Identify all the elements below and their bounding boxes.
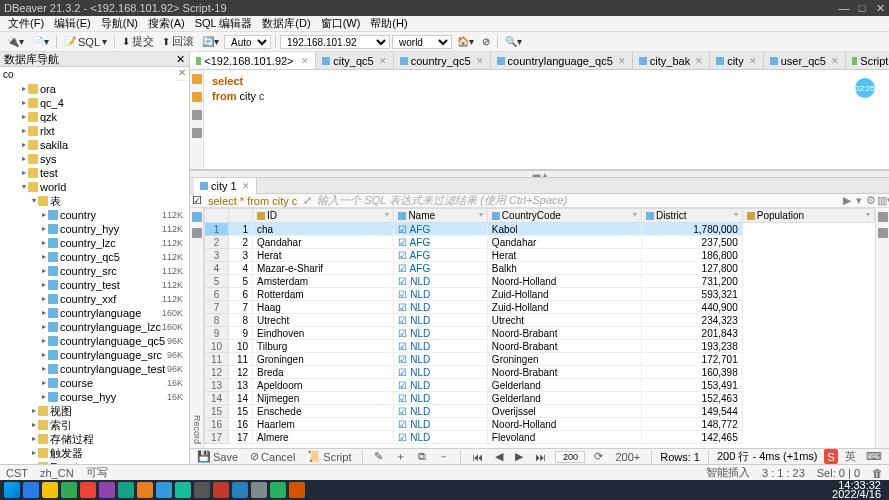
tree-node[interactable]: ▸索引 [0,418,189,432]
expand-icon[interactable]: ⤢ [301,194,313,207]
table-row[interactable]: 1111Groningen☑ NLDGroningen172,701 [205,353,875,366]
tree-node[interactable]: ▸test [0,166,189,180]
sql-editor[interactable]: select from city c 02:25 [204,70,889,169]
explain-icon[interactable] [192,110,202,120]
rollback-button[interactable]: ⬆回滚 [159,33,197,50]
tx-mode-button[interactable]: 🔄▾ [199,35,222,48]
menu-item[interactable]: 帮助(H) [366,16,411,31]
task-icon[interactable] [137,482,153,498]
menu-item[interactable]: SQL 编辑器 [191,16,257,31]
tree-node[interactable]: ▸触发器 [0,446,189,460]
task-icon[interactable] [251,482,267,498]
task-icon[interactable] [175,482,191,498]
editor-tab[interactable]: city_bak✕ [633,52,710,70]
tree-filter-input[interactable] [0,67,175,81]
table-row[interactable]: 1616Haarlem☑ NLDNoord-Holland148,772 [205,418,875,431]
database-select[interactable]: world [392,35,452,49]
apply-filter-icon[interactable]: ▶ [841,194,853,207]
status-heap-icon[interactable]: 🗑 [872,467,883,479]
tab-close-icon[interactable]: ✕ [379,56,387,66]
tree-node[interactable]: ▸countrylanguage160K [0,306,189,320]
task-icon[interactable] [232,482,248,498]
result-grid[interactable]: ID▾Name▾CountryCode▾District▾Population▾… [204,208,875,448]
task-icon[interactable] [194,482,210,498]
home-button[interactable]: 🏠▾ [454,35,477,48]
task-icon[interactable] [42,482,58,498]
connection-select[interactable]: 192.168.101.92 [280,35,390,49]
table-row[interactable]: 33Herat☑ AFGHerat186,800 [205,249,875,262]
plan-icon[interactable] [192,128,202,138]
start-button[interactable] [4,482,20,498]
tree-node[interactable]: ▸countrylanguage_src96K [0,348,189,362]
s-badge[interactable]: S [824,449,838,464]
task-icon[interactable] [213,482,229,498]
refresh-icon[interactable]: ⟳ [591,450,606,463]
table-row[interactable]: 1212Breda☑ NLDNoord-Brabant160,398 [205,366,875,379]
close-icon[interactable]: ✕ [875,3,885,13]
text-mode-icon[interactable] [192,228,202,238]
column-header[interactable]: CountryCode▾ [487,209,641,223]
tree-node[interactable]: ▾world [0,180,189,194]
task-icon[interactable] [156,482,172,498]
panels-icon[interactable] [878,212,888,222]
filter-settings-icon[interactable]: ⚙ [865,194,877,207]
value-view-icon[interactable] [878,228,888,238]
tree-node[interactable]: ▸countrylanguage_test96K [0,362,189,376]
task-icon[interactable] [99,482,115,498]
dup-row-icon[interactable]: ⧉ [415,450,429,463]
table-row[interactable]: 1717Almere☑ NLDFlevoland142,465 [205,431,875,444]
tree-node[interactable]: ▸country_xxf112K [0,292,189,306]
column-header[interactable]: District▾ [641,209,742,223]
menu-item[interactable]: 搜索(A) [144,16,189,31]
script-button[interactable]: 📜Script [304,450,354,463]
filter-toggle-icon[interactable]: ☑ [190,194,204,207]
task-icon[interactable] [61,482,77,498]
task-icon[interactable] [80,482,96,498]
run-script-icon[interactable] [192,92,202,102]
lang-icon[interactable]: 英 [842,449,859,464]
del-row-icon[interactable]: － [435,449,452,464]
commit-button[interactable]: ⬇提交 [119,33,157,50]
search-button[interactable]: 🔍▾ [502,35,525,48]
tree-node[interactable]: ▸countrylanguage_lzc160K [0,320,189,334]
last-page-icon[interactable]: ⏭ [532,451,549,463]
column-header[interactable]: Population▾ [742,209,874,223]
db-tree[interactable]: ▸ora▸qc_4▸qzk▸rlxt▸sakila▸sys▸test▾world… [0,81,189,464]
task-icon[interactable] [289,482,305,498]
sql-editor-button[interactable]: 📝SQL▾ [61,35,110,49]
table-row[interactable]: 1313Apeldoorn☑ NLDGelderland153,491 [205,379,875,392]
add-row-icon[interactable]: ＋ [392,449,409,464]
new-connection-button[interactable]: 🔌▾ [4,35,27,48]
splitter[interactable]: ▬ ▴ [190,170,889,178]
editor-tab[interactable]: countrylanguage_qc5✕ [491,52,633,70]
tree-node[interactable]: ▸sys [0,152,189,166]
auto-select[interactable]: Auto [224,35,271,49]
tree-node[interactable]: ▸course16K [0,376,189,390]
tree-filter-clear-icon[interactable]: ✕ [175,67,189,80]
table-row[interactable]: 99Eindhoven☑ NLDNoord-Brabant201,843 [205,327,875,340]
tree-node[interactable]: ▸countrylanguage_qc596K [0,334,189,348]
tree-node[interactable]: ▸course_hyy16K [0,390,189,404]
first-page-icon[interactable]: ⏮ [469,451,486,463]
edit-row-icon[interactable]: ✎ [371,450,386,463]
editor-tab[interactable]: city✕ [710,52,764,70]
column-header[interactable]: Name▾ [394,209,487,223]
tree-node[interactable]: ▸rlxt [0,124,189,138]
editor-tab[interactable]: *<192.168.101.92> Script-19✕ [190,52,316,70]
result-tab[interactable]: city 1✕ [194,178,257,194]
tree-node[interactable]: ▸qc_4 [0,96,189,110]
tab-close-icon[interactable]: ✕ [749,56,757,66]
menu-item[interactable]: 数据库(D) [258,16,314,31]
tree-node[interactable]: ▸country_lzc112K [0,236,189,250]
tree-node[interactable]: ▾表 [0,194,189,208]
table-row[interactable]: 1414Nijmegen☑ NLDGelderland152,463 [205,392,875,405]
column-header[interactable]: ID▾ [253,209,394,223]
tree-node[interactable]: ▸country_qc5112K [0,250,189,264]
filter-history-icon[interactable]: ▾ [853,194,865,207]
tab-close-icon[interactable]: ✕ [476,56,484,66]
tree-node[interactable]: ▸qzk [0,110,189,124]
tree-node[interactable]: ▸country_test112K [0,278,189,292]
table-row[interactable]: 11cha☑ AFGKabol1,780,000 [205,223,875,236]
ime-icon[interactable]: ⌨ [863,449,885,464]
run-icon[interactable] [192,74,202,84]
